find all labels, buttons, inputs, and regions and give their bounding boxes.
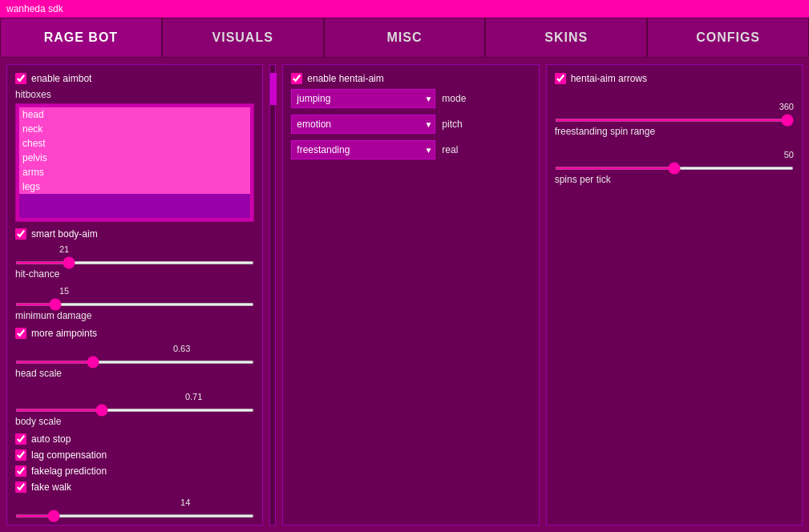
hitbox-item-neck[interactable]: neck xyxy=(19,122,250,136)
real-dropdown[interactable]: freestanding none left right xyxy=(291,140,435,159)
bottom-value: 14 xyxy=(15,498,190,507)
hitbox-list: head neck chest pelvis arms legs xyxy=(15,103,254,222)
hitbox-item-head[interactable]: head xyxy=(19,107,250,122)
head-scale-value: 0.63 xyxy=(15,344,190,353)
real-dropdown-wrapper: freestanding none left right ▼ xyxy=(291,140,435,159)
hit-chance-value: 21 xyxy=(59,244,254,254)
pitch-dropdown[interactable]: emotion none up down xyxy=(291,115,435,134)
auto-stop-row: auto stop xyxy=(15,433,254,445)
enable-aimbot-label: enable aimbot xyxy=(31,73,91,84)
titlebar: wanheda sdk xyxy=(0,0,809,18)
hit-chance-label: hit-chance xyxy=(15,268,254,280)
head-scale-label: head scale xyxy=(15,368,254,379)
hitbox-spacer xyxy=(19,194,250,218)
spins-per-tick-label: spins per tick xyxy=(555,174,794,185)
spins-per-tick-slider[interactable] xyxy=(555,167,794,170)
smart-body-aim-label: smart body-aim xyxy=(31,228,98,240)
panel-hentai-aim: enable hentai-aim jumping walking runnin… xyxy=(282,64,539,526)
more-aimpoints-checkbox[interactable] xyxy=(15,328,26,339)
spins-per-tick-value: 50 xyxy=(555,150,794,159)
hit-chance-slider-container: 21 hit-chance xyxy=(15,244,254,280)
mode-dropdown-row: jumping walking running ▼ mode xyxy=(291,89,530,108)
body-scale-slider-container: 0.71 body scale xyxy=(15,392,254,427)
tab-visuals[interactable]: VISUALS xyxy=(162,18,324,58)
mode-label: mode xyxy=(442,93,466,104)
panel-rage-bot: enable aimbot hitboxes head neck chest p… xyxy=(6,64,263,526)
spins-per-tick-slider-container: 50 spins per tick xyxy=(555,150,794,185)
tab-skins[interactable]: SKINS xyxy=(485,18,647,58)
real-label: real xyxy=(442,144,458,155)
body-scale-label: body scale xyxy=(15,416,254,427)
lag-compensation-checkbox[interactable] xyxy=(15,449,26,461)
spin-range-value: 360 xyxy=(555,102,794,111)
panel-arrows: hentai-aim arrows 360 freestanding spin … xyxy=(546,64,803,526)
smart-body-aim-checkbox[interactable] xyxy=(15,228,26,240)
hentai-aim-arrows-row: hentai-aim arrows xyxy=(555,73,794,84)
fakelag-prediction-row: fakelag prediction xyxy=(15,466,254,477)
mode-dropdown[interactable]: jumping walking running xyxy=(291,89,435,108)
enable-hentai-aim-row: enable hentai-aim xyxy=(291,73,530,84)
pitch-dropdown-wrapper: emotion none up down ▼ xyxy=(291,115,435,134)
hitbox-item-chest[interactable]: chest xyxy=(19,136,250,151)
min-damage-slider-container: 15 minimum damage xyxy=(15,286,254,321)
titlebar-text: wanheda sdk xyxy=(6,3,63,14)
hit-chance-slider[interactable] xyxy=(15,261,254,264)
tab-configs[interactable]: CONFIGS xyxy=(647,18,809,58)
fakelag-prediction-checkbox[interactable] xyxy=(15,466,26,477)
hentai-aim-arrows-checkbox[interactable] xyxy=(555,73,566,84)
tab-rage-bot[interactable]: RAGE BOT xyxy=(0,18,162,58)
tab-misc[interactable]: MISC xyxy=(324,18,486,58)
panel1-scrollbar-thumb[interactable] xyxy=(270,73,277,105)
more-aimpoints-label: more aimpoints xyxy=(31,328,97,339)
pitch-dropdown-row: emotion none up down ▼ pitch xyxy=(291,115,530,134)
more-aimpoints-row: more aimpoints xyxy=(15,328,254,339)
main-content: enable aimbot hitboxes head neck chest p… xyxy=(0,58,809,532)
auto-stop-checkbox[interactable] xyxy=(15,433,26,445)
lag-compensation-row: lag compensation xyxy=(15,449,254,461)
hitbox-item-legs[interactable]: legs xyxy=(19,179,250,194)
min-damage-slider[interactable] xyxy=(15,303,254,306)
pitch-label: pitch xyxy=(442,119,462,130)
hitbox-item-arms[interactable]: arms xyxy=(19,165,250,179)
bottom-slider-container: 14 xyxy=(15,498,254,520)
hitboxes-label: hitboxes xyxy=(15,89,254,100)
bottom-slider[interactable] xyxy=(15,514,254,518)
hentai-aim-arrows-label: hentai-aim arrows xyxy=(571,73,647,84)
hitbox-item-pelvis[interactable]: pelvis xyxy=(19,151,250,165)
fake-walk-label: fake walk xyxy=(31,482,71,493)
enable-hentai-aim-checkbox[interactable] xyxy=(291,73,302,84)
mode-dropdown-wrapper: jumping walking running ▼ xyxy=(291,89,435,108)
tab-bar: RAGE BOT VISUALS MISC SKINS CONFIGS xyxy=(0,18,809,58)
real-dropdown-row: freestanding none left right ▼ real xyxy=(291,140,530,159)
fake-walk-checkbox[interactable] xyxy=(15,482,26,493)
enable-hentai-aim-label: enable hentai-aim xyxy=(307,73,383,84)
min-damage-label: minimum damage xyxy=(15,310,254,321)
lag-compensation-label: lag compensation xyxy=(31,449,107,461)
auto-stop-label: auto stop xyxy=(31,433,71,445)
enable-aimbot-row: enable aimbot xyxy=(15,73,254,84)
smart-body-aim-row: smart body-aim xyxy=(15,228,254,240)
spin-range-slider-container: 360 freestanding spin range xyxy=(555,102,794,137)
panel1-scrollbar[interactable] xyxy=(269,64,276,526)
head-scale-slider-container: 0.63 head scale xyxy=(15,344,254,379)
enable-aimbot-checkbox[interactable] xyxy=(15,73,26,84)
min-damage-value: 15 xyxy=(59,286,254,296)
spin-range-label: freestanding spin range xyxy=(555,126,794,137)
fakelag-prediction-label: fakelag prediction xyxy=(31,466,107,477)
body-scale-slider[interactable] xyxy=(15,409,254,412)
body-scale-value: 0.71 xyxy=(15,392,202,401)
head-scale-slider[interactable] xyxy=(15,361,254,364)
fake-walk-row: fake walk xyxy=(15,482,254,493)
spin-range-slider[interactable] xyxy=(555,119,794,122)
